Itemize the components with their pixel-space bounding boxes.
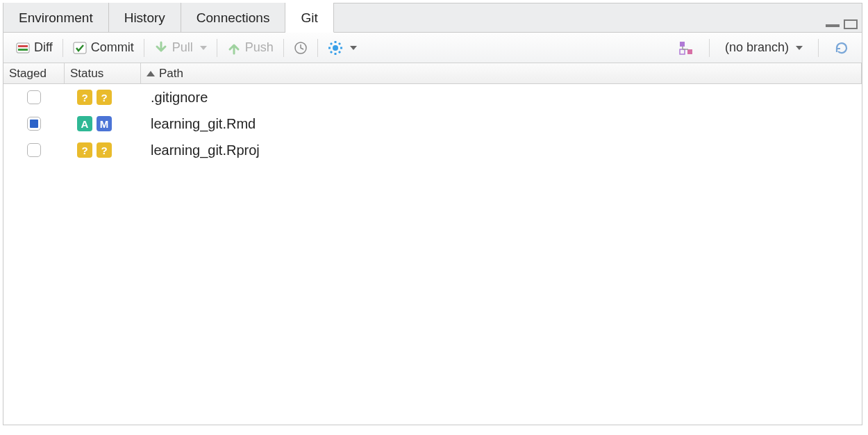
clock-icon: [294, 41, 308, 55]
file-path: learning_git.Rmd: [141, 116, 862, 132]
file-row[interactable]: A M learning_git.Rmd: [3, 110, 862, 137]
minimize-icon[interactable]: [826, 22, 840, 27]
svg-line-12: [331, 51, 332, 53]
git-panel: Environment History Connections Git Diff…: [3, 3, 862, 425]
status-cell: ? ?: [65, 90, 141, 105]
diff-icon: [16, 42, 30, 54]
file-list: ? ? .gitignore A M learning_git.Rmd ? ? …: [3, 84, 862, 425]
sort-asc-icon: [147, 71, 155, 76]
more-dropdown-icon: [350, 46, 357, 50]
status-badge-unknown: ?: [97, 90, 112, 105]
status-badge-unknown: ?: [77, 142, 92, 158]
stage-checkbox[interactable]: [27, 117, 41, 131]
refresh-icon: [834, 40, 849, 56]
new-branch-button[interactable]: [673, 39, 699, 57]
file-row[interactable]: ? ? learning_git.Rproj: [3, 137, 862, 163]
pull-label: Pull: [172, 40, 193, 55]
git-toolbar: Diff Commit Pull Push: [3, 33, 862, 63]
svg-line-11: [339, 51, 340, 53]
separator: [62, 39, 63, 57]
separator: [709, 39, 710, 57]
file-list-header: Staged Status Path: [3, 63, 862, 84]
col-header-staged[interactable]: Staged: [3, 63, 65, 83]
svg-rect-15: [680, 49, 685, 54]
status-badge-modified: M: [97, 116, 112, 131]
more-button[interactable]: [322, 39, 362, 57]
file-row[interactable]: ? ? .gitignore: [3, 84, 862, 110]
stage-checkbox[interactable]: [27, 90, 41, 104]
pull-button[interactable]: Pull: [149, 39, 212, 56]
tab-connections[interactable]: Connections: [181, 3, 286, 32]
tab-bar: Environment History Connections Git: [3, 3, 862, 33]
separator: [144, 39, 144, 57]
separator: [217, 39, 217, 57]
tab-environment[interactable]: Environment: [3, 3, 109, 32]
gear-icon: [328, 40, 343, 56]
push-label: Push: [245, 40, 274, 55]
tab-history[interactable]: History: [109, 3, 181, 32]
history-button[interactable]: [288, 40, 313, 56]
branch-dropdown-icon: [796, 46, 803, 50]
branch-selector[interactable]: (no branch): [719, 39, 808, 56]
svg-rect-14: [680, 42, 685, 47]
diff-button[interactable]: Diff: [10, 39, 58, 56]
separator: [317, 39, 318, 57]
col-header-path[interactable]: Path: [141, 63, 862, 83]
window-controls: [826, 19, 858, 29]
svg-rect-1: [18, 45, 28, 47]
push-icon: [227, 41, 241, 55]
commit-button[interactable]: Commit: [67, 39, 140, 56]
separator: [283, 39, 284, 57]
svg-rect-2: [18, 49, 28, 51]
svg-line-13: [339, 43, 340, 44]
toolbar-right: (no branch): [673, 39, 855, 57]
status-badge-unknown: ?: [97, 142, 112, 158]
svg-point-5: [333, 45, 338, 51]
col-path-label: Path: [159, 67, 183, 81]
file-path: .gitignore: [141, 90, 862, 106]
stage-checkbox[interactable]: [27, 143, 41, 157]
commit-icon: [73, 42, 87, 54]
branch-label: (no branch): [725, 40, 789, 55]
file-path: learning_git.Rproj: [141, 142, 862, 158]
diff-label: Diff: [34, 40, 53, 55]
refresh-button[interactable]: [828, 39, 855, 57]
pull-dropdown-icon: [200, 46, 207, 50]
status-badge-added: A: [77, 116, 92, 131]
tab-git[interactable]: Git: [285, 3, 333, 33]
maximize-icon[interactable]: [844, 19, 858, 29]
status-badge-unknown: ?: [77, 90, 92, 105]
svg-rect-0: [17, 43, 29, 53]
commit-label: Commit: [91, 40, 134, 55]
pull-icon: [154, 41, 168, 55]
col-header-status[interactable]: Status: [65, 63, 141, 83]
svg-line-10: [331, 43, 332, 44]
push-button[interactable]: Push: [222, 39, 279, 56]
svg-rect-16: [687, 49, 692, 54]
status-cell: ? ?: [65, 142, 141, 158]
separator: [818, 39, 819, 57]
status-cell: A M: [65, 116, 141, 131]
branch-new-icon: [678, 40, 694, 56]
